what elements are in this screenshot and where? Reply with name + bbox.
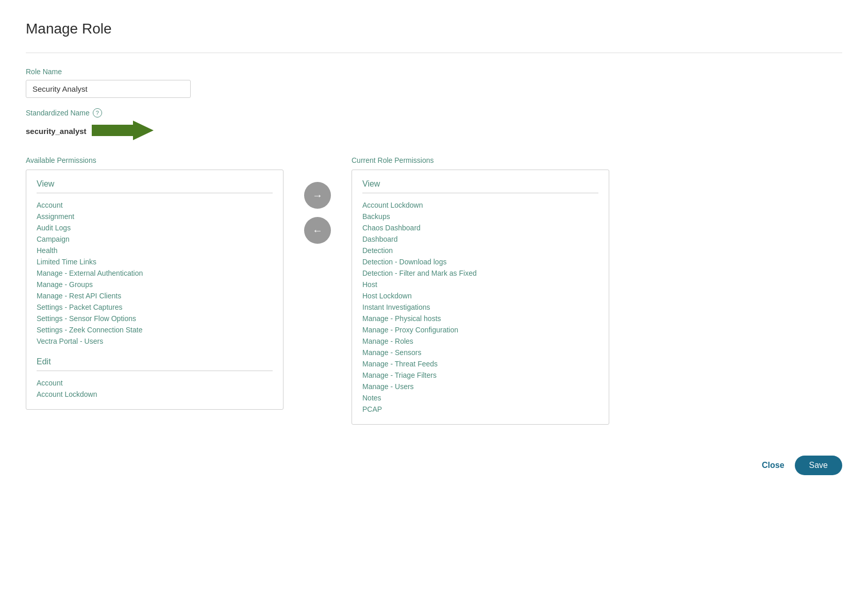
list-item[interactable]: Account: [37, 377, 273, 389]
list-item[interactable]: Account: [37, 199, 273, 211]
available-permissions-label: Available Permissions: [26, 156, 283, 164]
list-item[interactable]: Account Lockdown: [37, 389, 273, 400]
green-arrow-icon: [92, 121, 154, 142]
transfer-left-button[interactable]: ←: [304, 217, 331, 244]
list-item[interactable]: Host: [362, 279, 598, 290]
svg-marker-0: [92, 121, 154, 140]
standardized-section: Standardized Name ? security_analyst: [26, 108, 842, 142]
list-item[interactable]: Backups: [362, 211, 598, 222]
footer: Close Save: [26, 445, 842, 475]
list-item[interactable]: Manage - Threat Feeds: [362, 358, 598, 370]
available-view-items: AccountAssignmentAudit LogsCampaignHealt…: [37, 199, 273, 347]
list-item[interactable]: Detection - Download logs: [362, 256, 598, 267]
list-item[interactable]: PCAP: [362, 404, 598, 415]
save-button[interactable]: Save: [795, 456, 842, 475]
list-item[interactable]: Account Lockdown: [362, 199, 598, 211]
transfer-right-button[interactable]: →: [304, 182, 331, 209]
current-view-title: View: [362, 179, 598, 193]
list-item[interactable]: Vectra Portal - Users: [37, 335, 273, 347]
right-arrow-icon: →: [312, 190, 323, 202]
list-item[interactable]: Notes: [362, 392, 598, 404]
role-name-input[interactable]: [26, 80, 191, 98]
available-permissions-box[interactable]: View AccountAssignmentAudit LogsCampaign…: [26, 170, 283, 410]
available-edit-title: Edit: [37, 357, 273, 371]
available-view-title: View: [37, 179, 273, 193]
close-button[interactable]: Close: [762, 461, 784, 470]
top-divider: [26, 53, 842, 53]
list-item[interactable]: Manage - Rest API Clients: [37, 290, 273, 301]
list-item[interactable]: Detection - Filter and Mark as Fixed: [362, 267, 598, 279]
current-view-items: Account LockdownBackupsChaos DashboardDa…: [362, 199, 598, 415]
current-permissions-label: Current Role Permissions: [352, 156, 842, 164]
list-item[interactable]: Settings - Zeek Connection State: [37, 324, 273, 335]
list-item[interactable]: Campaign: [37, 233, 273, 245]
standardized-value: security_analyst: [26, 121, 842, 142]
role-name-section: Role Name: [26, 68, 842, 98]
list-item[interactable]: Limited Time Links: [37, 256, 273, 267]
standardized-label: Standardized Name ?: [26, 108, 842, 118]
list-item[interactable]: Assignment: [37, 211, 273, 222]
transfer-buttons: → ←: [283, 182, 352, 244]
list-item[interactable]: Audit Logs: [37, 222, 273, 233]
permissions-columns: Available Permissions View AccountAssign…: [26, 156, 842, 425]
list-item[interactable]: Manage - Proxy Configuration: [362, 324, 598, 335]
role-name-label: Role Name: [26, 68, 842, 76]
list-item[interactable]: Manage - Triage Filters: [362, 370, 598, 381]
list-item[interactable]: Manage - Users: [362, 381, 598, 392]
left-arrow-icon: ←: [312, 225, 323, 237]
list-item[interactable]: Chaos Dashboard: [362, 222, 598, 233]
list-item[interactable]: Settings - Packet Captures: [37, 301, 273, 313]
list-item[interactable]: Settings - Sensor Flow Options: [37, 313, 273, 324]
list-item[interactable]: Manage - Physical hosts: [362, 313, 598, 324]
list-item[interactable]: Manage - Groups: [37, 279, 273, 290]
list-item[interactable]: Dashboard: [362, 233, 598, 245]
current-permissions-column: Current Role Permissions View Account Lo…: [352, 156, 842, 425]
list-item[interactable]: Health: [37, 245, 273, 256]
list-item[interactable]: Host Lockdown: [362, 290, 598, 301]
list-item[interactable]: Instant Investigations: [362, 301, 598, 313]
list-item[interactable]: Detection: [362, 245, 598, 256]
available-permissions-column: Available Permissions View AccountAssign…: [26, 156, 283, 410]
help-icon[interactable]: ?: [93, 108, 102, 118]
list-item[interactable]: Manage - Sensors: [362, 347, 598, 358]
list-item[interactable]: Manage - Roles: [362, 335, 598, 347]
available-edit-items: AccountAccount Lockdown: [37, 377, 273, 400]
available-edit-section: Edit AccountAccount Lockdown: [37, 357, 273, 400]
list-item[interactable]: Manage - External Authentication: [37, 267, 273, 279]
page-title: Manage Role: [26, 21, 842, 37]
current-permissions-box[interactable]: View Account LockdownBackupsChaos Dashbo…: [352, 170, 609, 425]
